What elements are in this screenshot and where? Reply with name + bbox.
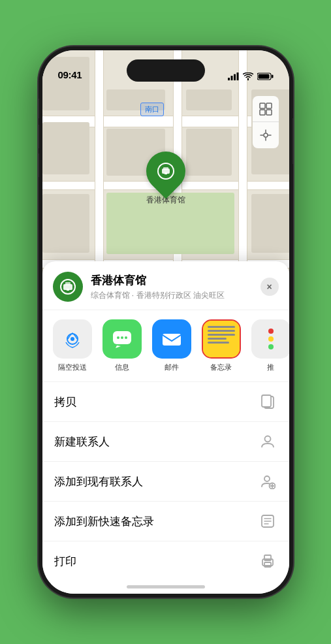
svg-rect-9 (163, 167, 168, 170)
volume-down-button[interactable] (39, 153, 39, 177)
close-button[interactable]: × (260, 278, 279, 296)
dot-yellow (268, 336, 274, 342)
battery-icon (257, 72, 274, 80)
svg-rect-0 (228, 78, 230, 80)
svg-point-25 (71, 337, 74, 341)
status-time: 09:41 (58, 69, 82, 80)
action-row-print[interactable]: 打印 (42, 541, 289, 581)
notes-line-1 (208, 326, 235, 328)
map-view-toggle-button[interactable] (253, 96, 279, 122)
volume-up-button[interactable] (39, 125, 39, 148)
venue-info: 香港体育馆 综合体育馆 · 香港特别行政区 油尖旺区 (91, 273, 260, 301)
messages-label: 信息 (115, 362, 129, 372)
pin-circle (138, 144, 193, 199)
map-block-9 (42, 194, 89, 253)
svg-rect-5 (272, 75, 274, 78)
map-block-8 (42, 122, 89, 174)
pin-icon (154, 159, 178, 183)
add-existing-label: 添加到现有联系人 (54, 474, 143, 489)
svg-rect-12 (266, 103, 272, 108)
venue-header: 香港体育馆 综合体育馆 · 香港特别行政区 油尖旺区 × (42, 261, 289, 310)
copy-icon (258, 392, 277, 411)
dynamic-island (127, 59, 205, 82)
svg-point-15 (264, 133, 268, 137)
svg-rect-11 (260, 103, 265, 108)
add-existing-icon (258, 472, 277, 491)
svg-rect-32 (262, 395, 271, 407)
svg-point-27 (117, 336, 119, 339)
map-location-button[interactable] (253, 122, 279, 148)
wifi-icon (243, 72, 253, 80)
notes-line-3 (208, 334, 235, 336)
add-notes-icon (258, 511, 277, 531)
status-icons (228, 72, 274, 80)
svg-point-28 (121, 336, 123, 339)
phone-screen: 09:41 (42, 50, 289, 594)
share-row: 隔空投送 信息 (42, 310, 289, 382)
svg-rect-23 (67, 289, 69, 291)
share-item-notes[interactable]: 备忘录 (202, 319, 241, 372)
dot-green (268, 344, 274, 349)
svg-rect-10 (165, 172, 167, 174)
action-row-add-notes[interactable]: 添加到新快速备忘录 (42, 502, 289, 541)
venue-name: 香港体育馆 (91, 273, 260, 288)
map-pin: 香港体育馆 (146, 152, 185, 206)
share-item-more[interactable]: 推 (251, 319, 289, 372)
bottom-sheet: 香港体育馆 综合体育馆 · 香港特别行政区 油尖旺区 × (42, 261, 289, 594)
add-notes-label: 添加到新快速备忘录 (54, 514, 154, 529)
map-block-6 (251, 194, 289, 253)
svg-rect-1 (230, 76, 232, 80)
svg-point-29 (125, 336, 127, 339)
notes-label: 备忘录 (210, 362, 232, 372)
svg-rect-13 (260, 110, 265, 115)
more-label: 推 (267, 362, 274, 372)
share-item-airdrop[interactable]: 隔空投送 (53, 319, 92, 372)
power-button[interactable] (292, 118, 293, 164)
notes-icon (202, 319, 241, 359)
silent-switch[interactable] (39, 99, 39, 118)
svg-rect-3 (236, 72, 238, 80)
svg-rect-6 (258, 74, 269, 79)
notes-line-2 (208, 330, 235, 332)
dot-red (268, 329, 274, 334)
action-row-copy[interactable]: 拷贝 (42, 382, 289, 422)
new-contact-icon (258, 432, 277, 451)
map-block-2 (186, 129, 232, 176)
notes-inner (203, 321, 240, 357)
mail-icon (152, 319, 191, 359)
copy-label: 拷贝 (54, 394, 76, 410)
svg-rect-2 (234, 74, 236, 81)
share-item-messages[interactable]: 信息 (102, 319, 142, 372)
map-block-4 (186, 89, 232, 110)
map-south-entrance-label: 南口 (140, 103, 164, 116)
new-contact-label: 新建联系人 (54, 434, 110, 449)
action-row-new-contact[interactable]: 新建联系人 (42, 422, 289, 462)
action-row-add-existing[interactable]: 添加到现有联系人 (42, 462, 289, 502)
svg-rect-14 (266, 110, 272, 115)
phone-frame: 09:41 (39, 46, 293, 598)
more-dots-container (268, 329, 274, 349)
svg-rect-30 (163, 334, 181, 346)
airdrop-label: 隔空投送 (58, 362, 87, 372)
svg-point-34 (264, 476, 270, 481)
messages-icon (102, 319, 142, 359)
notes-line-5 (208, 342, 230, 344)
svg-rect-43 (264, 562, 271, 567)
share-item-mail[interactable]: 邮件 (152, 319, 191, 372)
signal-icon (228, 72, 239, 80)
notes-line-4 (208, 338, 227, 340)
venue-subtitle: 综合体育馆 · 香港特别行政区 油尖旺区 (91, 290, 260, 301)
svg-point-33 (264, 436, 270, 442)
print-label: 打印 (54, 554, 76, 569)
airdrop-icon (53, 319, 92, 359)
venue-icon (53, 272, 83, 302)
print-icon (258, 551, 277, 571)
map-controls (253, 96, 279, 148)
mail-label: 邮件 (165, 362, 179, 372)
home-indicator (127, 585, 205, 588)
svg-rect-22 (65, 282, 71, 285)
more-icon (251, 319, 289, 359)
